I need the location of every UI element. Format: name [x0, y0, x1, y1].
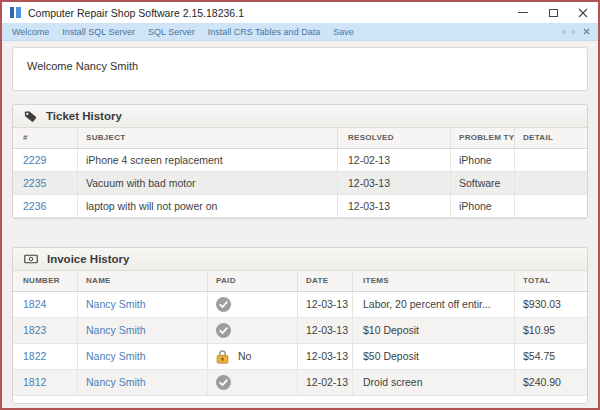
check-circle-icon — [216, 297, 231, 312]
column-header-subject: SUBJECT — [78, 128, 338, 149]
paid-status-label: No — [238, 344, 251, 369]
close-button[interactable] — [568, 2, 598, 23]
ticket-resolved-date: 12-03-13 — [338, 172, 451, 195]
customer-name-link[interactable]: Nancy Smith — [86, 324, 146, 336]
invoice-history-title: Invoice History — [47, 253, 129, 265]
ticket-detail — [515, 195, 587, 218]
column-header-problem-type: PROBLEM TYPE — [451, 128, 515, 149]
invoice-number-link[interactable]: 1824 — [23, 298, 46, 310]
invoice-name-cell: Nancy Smith — [78, 344, 208, 370]
maximize-button[interactable] — [538, 2, 568, 23]
ticket-subject: iPhone 4 screen replacement — [78, 149, 338, 172]
invoice-date: 12-03-13 — [298, 318, 353, 344]
ticket-row-cell: 2236 — [13, 195, 78, 218]
tab-close-icon[interactable] — [583, 28, 590, 35]
tab-install-sql-server[interactable]: Install SQL Server — [62, 27, 135, 37]
column-header-items: ITEMS — [353, 271, 515, 292]
ticket-row-cell: 2235 — [13, 172, 78, 195]
ticket-problem-type: Software — [451, 172, 515, 195]
tab-scroll-left-icon[interactable] — [561, 29, 565, 35]
invoice-number-link[interactable]: 1812 — [23, 376, 46, 388]
customer-name-link[interactable]: Nancy Smith — [86, 376, 146, 388]
invoice-items: $50 Deposit — [353, 344, 515, 370]
ticket-resolved-date: 12-02-13 — [338, 149, 451, 172]
minimize-button[interactable] — [508, 2, 538, 23]
column-header-number: # — [13, 128, 78, 149]
column-header-date: DATE — [298, 271, 353, 292]
ticket-history-title: Ticket History — [46, 110, 122, 122]
column-header-detail: DETAIL — [515, 128, 587, 149]
invoice-row-cell: 1822 — [13, 344, 78, 370]
close-icon — [578, 8, 588, 18]
ticket-table: # SUBJECT RESOLVED PROBLEM TYPE DETAIL 2… — [13, 128, 587, 218]
ticket-subject: Vacuum with bad motor — [78, 172, 338, 195]
title-bar: Computer Repair Shop Software 2.15.18236… — [2, 2, 598, 23]
tab-save[interactable]: Save — [333, 27, 354, 37]
invoice-number-link[interactable]: 1823 — [23, 324, 46, 336]
tab-sql-server[interactable]: SQL Server — [148, 27, 195, 37]
invoice-table: NUMBER NAME PAID DATE ITEMS TOTAL 1824 N… — [13, 271, 587, 396]
column-header-total: TOTAL — [515, 271, 587, 292]
invoice-name-cell: Nancy Smith — [78, 292, 208, 318]
page-content: Welcome Nancy Smith Ticket History # SUB… — [2, 41, 598, 404]
welcome-panel: Welcome Nancy Smith — [12, 47, 588, 91]
ticket-history-section: Ticket History # SUBJECT RESOLVED PROBLE… — [12, 104, 588, 219]
lock-icon — [216, 349, 229, 364]
invoice-name-cell: Nancy Smith — [78, 370, 208, 396]
customer-name-link[interactable]: Nancy Smith — [86, 298, 146, 310]
column-header-name: NAME — [78, 271, 208, 292]
ticket-number-link[interactable]: 2229 — [23, 154, 46, 166]
ticket-problem-type: iPhone — [451, 195, 515, 218]
ticket-number-link[interactable]: 2236 — [23, 200, 46, 212]
column-header-resolved: RESOLVED — [338, 128, 451, 149]
ticket-resolved-date: 12-03-13 — [338, 195, 451, 218]
invoice-name-cell: Nancy Smith — [78, 318, 208, 344]
invoice-paid-cell — [208, 370, 298, 396]
banknote-icon — [24, 253, 38, 265]
tab-strip: Welcome Install SQL Server SQL Server In… — [2, 23, 598, 41]
minimize-icon — [518, 12, 528, 13]
column-header-number: NUMBER — [13, 271, 78, 292]
tab-welcome[interactable]: Welcome — [12, 27, 49, 37]
invoice-items: Droid screen — [353, 370, 515, 396]
app-icon — [10, 7, 21, 18]
invoice-row-cell: 1824 — [13, 292, 78, 318]
column-header-paid: PAID — [208, 271, 298, 292]
customer-name-link[interactable]: Nancy Smith — [86, 350, 146, 362]
check-circle-icon — [216, 323, 231, 338]
invoice-paid-cell — [208, 292, 298, 318]
ticket-problem-type: iPhone — [451, 149, 515, 172]
invoice-history-section: Invoice History NUMBER NAME PAID DATE IT… — [12, 247, 588, 404]
invoice-total: $54.75 — [515, 344, 587, 370]
welcome-message: Welcome Nancy Smith — [13, 48, 587, 72]
invoice-items: $10 Deposit — [353, 318, 515, 344]
tab-install-crs-tables[interactable]: Install CRS Tables and Data — [208, 27, 320, 37]
ticket-detail — [515, 149, 587, 172]
invoice-row-cell: 1812 — [13, 370, 78, 396]
invoice-table-footer — [13, 396, 587, 403]
ticket-row-cell: 2229 — [13, 149, 78, 172]
invoice-paid-cell: No — [208, 344, 298, 370]
ticket-detail — [515, 172, 587, 195]
window-title: Computer Repair Shop Software 2.15.18236… — [28, 7, 244, 19]
invoice-date: 12-03-13 — [298, 344, 353, 370]
window-controls — [508, 2, 598, 23]
invoice-number-link[interactable]: 1822 — [23, 350, 46, 362]
invoice-total: $10.95 — [515, 318, 587, 344]
app-window: Computer Repair Shop Software 2.15.18236… — [0, 0, 600, 410]
invoice-paid-cell — [208, 318, 298, 344]
invoice-total: $240.90 — [515, 370, 587, 396]
invoice-history-header: Invoice History — [13, 248, 587, 271]
check-circle-icon — [216, 375, 231, 390]
invoice-row-cell: 1823 — [13, 318, 78, 344]
tab-scroll-right-icon[interactable] — [572, 29, 576, 35]
invoice-date: 12-02-13 — [298, 370, 353, 396]
maximize-icon — [549, 9, 558, 17]
invoice-date: 12-03-13 — [298, 292, 353, 318]
invoice-items: Labor, 20 percent off entir... — [353, 292, 515, 318]
invoice-total: $930.03 — [515, 292, 587, 318]
ticket-number-link[interactable]: 2235 — [23, 177, 46, 189]
tag-icon — [24, 110, 37, 123]
ticket-subject: laptop with will not power on — [78, 195, 338, 218]
ticket-history-header: Ticket History — [13, 105, 587, 128]
